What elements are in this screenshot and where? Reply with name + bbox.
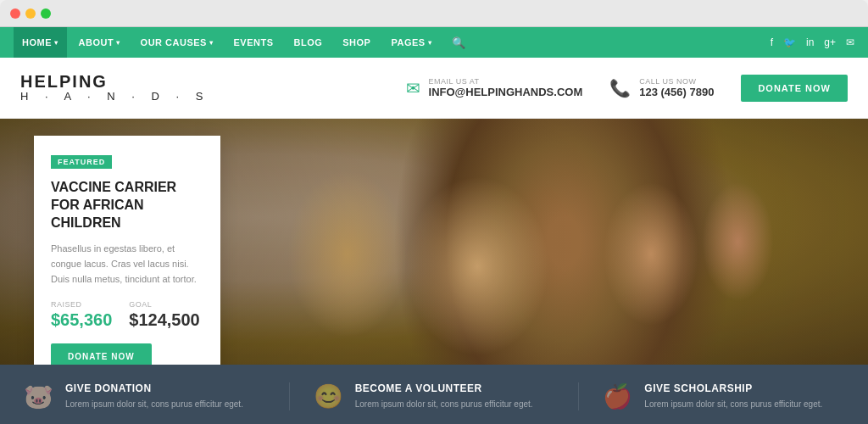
google-plus-icon[interactable]: g+ xyxy=(824,36,836,48)
feature-volunteer-text: BECOME A VOLUNTEER Lorem ipsum dolor sit… xyxy=(355,382,533,410)
maximize-dot[interactable] xyxy=(41,8,51,19)
logo-line1: HELPING xyxy=(20,72,209,91)
email-details: EMAIL US AT INFO@HELPINGHANDS.COM xyxy=(429,77,583,98)
chevron-down-icon: ▾ xyxy=(428,39,432,47)
card-title: VACCINE CARRIER FOR AFRICAN CHILDREN xyxy=(51,179,203,232)
feature-scholarship: 🍎 GIVE SCHOLARSHIP Lorem ipsum dolor sit… xyxy=(579,382,868,410)
website: HOME ▾ ABOUT ▾ OUR CAUSES ▾ EVENTS BLOG … xyxy=(0,27,868,424)
minimize-dot[interactable] xyxy=(25,8,36,19)
email-label: EMAIL US AT xyxy=(429,77,583,86)
logo-line2: H · A · N · D · S xyxy=(20,91,209,103)
feature-scholarship-desc: Lorem ipsum dolor sit, cons purus effici… xyxy=(644,398,822,410)
nav-item-causes[interactable]: OUR CAUSES ▾ xyxy=(132,27,222,58)
phone-icon: 📞 xyxy=(609,78,631,98)
twitter-icon[interactable]: 🐦 xyxy=(783,36,796,48)
nav-item-about[interactable]: ABOUT ▾ xyxy=(70,27,129,58)
raised-value: $65,360 xyxy=(51,310,112,330)
header-contact: ✉ EMAIL US AT INFO@HELPINGHANDS.COM 📞 CA… xyxy=(406,75,848,102)
social-icons: f 🐦 in g+ ✉ xyxy=(771,36,854,48)
linkedin-icon[interactable]: in xyxy=(806,36,814,48)
email-icon[interactable]: ✉ xyxy=(846,36,854,48)
close-dot[interactable] xyxy=(10,8,20,19)
browser-dots xyxy=(10,8,51,19)
nav-item-events[interactable]: EVENTS xyxy=(225,27,281,58)
smile-icon: 😊 xyxy=(314,382,343,410)
nav-menu: HOME ▾ ABOUT ▾ OUR CAUSES ▾ EVENTS BLOG … xyxy=(14,27,474,58)
nav-item-shop[interactable]: SHOP xyxy=(334,27,379,58)
phone-label: CALL US NOW xyxy=(639,77,714,86)
raised-label: RAISED xyxy=(51,300,112,309)
goal-value: $124,500 xyxy=(129,310,199,330)
top-nav: HOME ▾ ABOUT ▾ OUR CAUSES ▾ EVENTS BLOG … xyxy=(0,27,868,58)
chevron-down-icon: ▾ xyxy=(54,39,58,47)
feature-volunteer-title: BECOME A VOLUNTEER xyxy=(355,382,533,394)
apple-icon: 🍎 xyxy=(603,382,632,410)
header-donate-button[interactable]: DONATE NOW xyxy=(741,75,848,102)
card-description: Phasellus in egestas libero, et congue l… xyxy=(51,242,203,287)
phone-value: 123 (456) 7890 xyxy=(639,86,714,98)
feature-scholarship-title: GIVE SCHOLARSHIP xyxy=(644,382,822,394)
phone-contact: 📞 CALL US NOW 123 (456) 7890 xyxy=(609,77,714,98)
search-icon[interactable]: 🔍 xyxy=(443,36,474,49)
piggy-bank-icon: 🐷 xyxy=(24,382,53,410)
features-bar: 🐷 GIVE DONATION Lorem ipsum dolor sit, c… xyxy=(0,365,868,424)
chevron-down-icon: ▾ xyxy=(209,39,214,47)
feature-donation: 🐷 GIVE DONATION Lorem ipsum dolor sit, c… xyxy=(0,382,290,410)
raised-stat: RAISED $65,360 xyxy=(51,300,112,330)
featured-card: FEATURED VACCINE CARRIER FOR AFRICAN CHI… xyxy=(34,136,220,365)
site-header: HELPING H · A · N · D · S ✉ EMAIL US AT … xyxy=(0,58,868,119)
card-donate-button[interactable]: DONATE NOW xyxy=(51,343,152,365)
feature-volunteer: 😊 BECOME A VOLUNTEER Lorem ipsum dolor s… xyxy=(290,382,580,410)
feature-donation-text: GIVE DONATION Lorem ipsum dolor sit, con… xyxy=(65,382,243,410)
logo: HELPING H · A · N · D · S xyxy=(20,72,209,103)
hero-section: FEATURED VACCINE CARRIER FOR AFRICAN CHI… xyxy=(0,119,868,365)
envelope-icon: ✉ xyxy=(406,78,420,98)
chevron-down-icon: ▾ xyxy=(116,39,120,47)
goal-stat: GOAL $124,500 xyxy=(129,300,199,330)
nav-item-pages[interactable]: PAGES ▾ xyxy=(382,27,440,58)
email-value: INFO@HELPINGHANDS.COM xyxy=(429,86,583,98)
feature-volunteer-desc: Lorem ipsum dolor sit, cons purus effici… xyxy=(355,398,533,410)
goal-label: GOAL xyxy=(129,300,199,309)
nav-item-blog[interactable]: BLOG xyxy=(285,27,331,58)
feature-donation-title: GIVE DONATION xyxy=(65,382,243,394)
feature-scholarship-text: GIVE SCHOLARSHIP Lorem ipsum dolor sit, … xyxy=(644,382,822,410)
facebook-icon[interactable]: f xyxy=(771,36,773,48)
email-contact: ✉ EMAIL US AT INFO@HELPINGHANDS.COM xyxy=(406,77,583,98)
nav-item-home[interactable]: HOME ▾ xyxy=(14,27,67,58)
browser-chrome xyxy=(0,0,868,27)
featured-badge: FEATURED xyxy=(51,155,112,169)
card-stats: RAISED $65,360 GOAL $124,500 xyxy=(51,300,203,330)
phone-details: CALL US NOW 123 (456) 7890 xyxy=(639,77,714,98)
feature-donation-desc: Lorem ipsum dolor sit, cons purus effici… xyxy=(65,398,243,410)
